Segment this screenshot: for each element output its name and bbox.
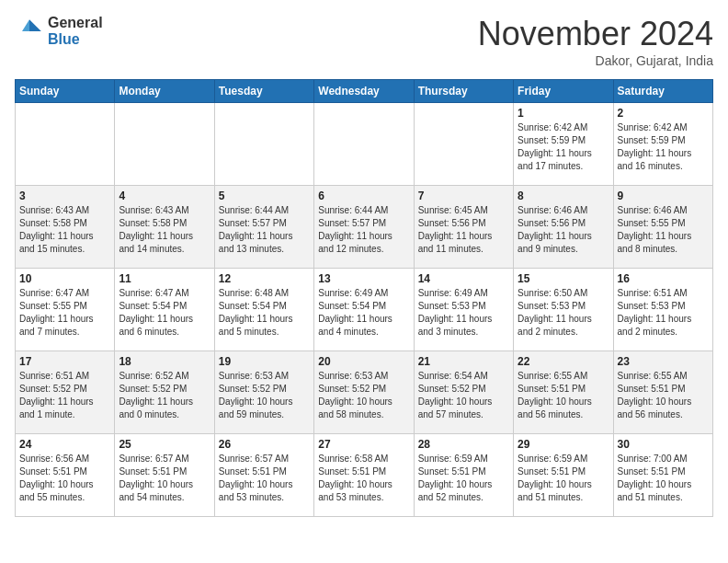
day-info: Sunrise: 7:00 AMSunset: 5:51 PMDaylight:… bbox=[618, 453, 709, 504]
calendar-cell: 21Sunrise: 6:54 AMSunset: 5:52 PMDayligh… bbox=[414, 351, 513, 434]
calendar-cell: 23Sunrise: 6:55 AMSunset: 5:51 PMDayligh… bbox=[613, 351, 712, 434]
day-number: 15 bbox=[518, 272, 609, 285]
day-number: 24 bbox=[19, 438, 110, 451]
day-info: Sunrise: 6:53 AMSunset: 5:52 PMDaylight:… bbox=[318, 370, 409, 421]
calendar-table: SundayMondayTuesdayWednesdayThursdayFrid… bbox=[15, 79, 713, 517]
day-number: 20 bbox=[318, 355, 409, 368]
day-number: 6 bbox=[318, 190, 409, 202]
day-number: 22 bbox=[518, 355, 609, 368]
calendar-cell: 5Sunrise: 6:44 AMSunset: 5:57 PMDaylight… bbox=[214, 186, 313, 269]
calendar-cell: 19Sunrise: 6:53 AMSunset: 5:52 PMDayligh… bbox=[214, 351, 313, 434]
weekday-header-saturday: Saturday bbox=[613, 80, 712, 103]
calendar-cell: 26Sunrise: 6:57 AMSunset: 5:51 PMDayligh… bbox=[214, 434, 313, 517]
day-info: Sunrise: 6:55 AMSunset: 5:51 PMDaylight:… bbox=[518, 370, 609, 421]
day-number: 8 bbox=[518, 190, 609, 202]
calendar-week-row: 10Sunrise: 6:47 AMSunset: 5:55 PMDayligh… bbox=[16, 269, 713, 351]
svg-marker-1 bbox=[22, 19, 29, 31]
day-info: Sunrise: 6:42 AMSunset: 5:59 PMDaylight:… bbox=[518, 121, 609, 173]
day-info: Sunrise: 6:52 AMSunset: 5:52 PMDaylight:… bbox=[119, 370, 210, 421]
day-info: Sunrise: 6:51 AMSunset: 5:52 PMDaylight:… bbox=[19, 370, 110, 421]
calendar-cell: 7Sunrise: 6:45 AMSunset: 5:56 PMDaylight… bbox=[414, 186, 513, 269]
calendar-cell: 20Sunrise: 6:53 AMSunset: 5:52 PMDayligh… bbox=[314, 351, 414, 434]
logo-general-text: General bbox=[48, 15, 103, 31]
weekday-header-tuesday: Tuesday bbox=[214, 80, 313, 103]
day-info: Sunrise: 6:54 AMSunset: 5:52 PMDaylight:… bbox=[418, 370, 509, 421]
calendar-cell: 25Sunrise: 6:57 AMSunset: 5:51 PMDayligh… bbox=[115, 434, 214, 517]
day-number: 14 bbox=[418, 272, 509, 285]
weekday-header-sunday: Sunday bbox=[16, 80, 115, 103]
day-number: 25 bbox=[119, 438, 210, 451]
day-info: Sunrise: 6:55 AMSunset: 5:51 PMDaylight:… bbox=[618, 370, 709, 421]
day-number: 27 bbox=[318, 438, 409, 451]
day-info: Sunrise: 6:59 AMSunset: 5:51 PMDaylight:… bbox=[518, 453, 609, 504]
month-title: November 2024 bbox=[478, 15, 713, 53]
weekday-header-thursday: Thursday bbox=[414, 80, 513, 103]
day-info: Sunrise: 6:56 AMSunset: 5:51 PMDaylight:… bbox=[19, 453, 110, 504]
calendar-cell bbox=[16, 103, 115, 186]
weekday-header-wednesday: Wednesday bbox=[314, 80, 414, 103]
day-info: Sunrise: 6:43 AMSunset: 5:58 PMDaylight:… bbox=[119, 204, 210, 256]
day-info: Sunrise: 6:47 AMSunset: 5:54 PMDaylight:… bbox=[119, 287, 210, 339]
day-info: Sunrise: 6:43 AMSunset: 5:58 PMDaylight:… bbox=[19, 204, 110, 256]
calendar-cell: 14Sunrise: 6:49 AMSunset: 5:53 PMDayligh… bbox=[414, 269, 513, 351]
calendar-cell: 17Sunrise: 6:51 AMSunset: 5:52 PMDayligh… bbox=[16, 351, 115, 434]
day-info: Sunrise: 6:59 AMSunset: 5:51 PMDaylight:… bbox=[418, 453, 509, 504]
calendar-cell: 18Sunrise: 6:52 AMSunset: 5:52 PMDayligh… bbox=[115, 351, 214, 434]
logo-icon bbox=[15, 17, 44, 46]
day-number: 23 bbox=[618, 355, 709, 368]
day-number: 30 bbox=[618, 438, 709, 451]
calendar-week-row: 17Sunrise: 6:51 AMSunset: 5:52 PMDayligh… bbox=[16, 351, 713, 434]
logo-blue-text: Blue bbox=[48, 31, 103, 48]
day-number: 19 bbox=[219, 355, 310, 368]
day-info: Sunrise: 6:45 AMSunset: 5:56 PMDaylight:… bbox=[418, 204, 509, 256]
calendar-cell: 2Sunrise: 6:42 AMSunset: 5:59 PMDaylight… bbox=[613, 103, 712, 186]
day-info: Sunrise: 6:42 AMSunset: 5:59 PMDaylight:… bbox=[618, 121, 709, 173]
calendar-cell: 29Sunrise: 6:59 AMSunset: 5:51 PMDayligh… bbox=[514, 434, 613, 517]
day-number: 9 bbox=[618, 190, 709, 202]
calendar-week-row: 24Sunrise: 6:56 AMSunset: 5:51 PMDayligh… bbox=[16, 434, 713, 517]
day-info: Sunrise: 6:49 AMSunset: 5:54 PMDaylight:… bbox=[318, 287, 409, 339]
calendar-header-row: SundayMondayTuesdayWednesdayThursdayFrid… bbox=[16, 80, 713, 103]
day-number: 29 bbox=[518, 438, 609, 451]
page-header: General Blue November 2024 Dakor, Gujara… bbox=[15, 15, 713, 68]
calendar-cell: 30Sunrise: 7:00 AMSunset: 5:51 PMDayligh… bbox=[613, 434, 712, 517]
calendar-cell: 11Sunrise: 6:47 AMSunset: 5:54 PMDayligh… bbox=[115, 269, 214, 351]
day-info: Sunrise: 6:46 AMSunset: 5:56 PMDaylight:… bbox=[518, 204, 609, 256]
day-info: Sunrise: 6:49 AMSunset: 5:53 PMDaylight:… bbox=[418, 287, 509, 339]
day-info: Sunrise: 6:48 AMSunset: 5:54 PMDaylight:… bbox=[219, 287, 310, 339]
day-info: Sunrise: 6:44 AMSunset: 5:57 PMDaylight:… bbox=[219, 204, 310, 256]
weekday-header-friday: Friday bbox=[514, 80, 613, 103]
day-number: 18 bbox=[119, 355, 210, 368]
calendar-cell: 15Sunrise: 6:50 AMSunset: 5:53 PMDayligh… bbox=[514, 269, 613, 351]
logo-text: General Blue bbox=[48, 15, 103, 47]
day-number: 5 bbox=[219, 190, 310, 202]
day-info: Sunrise: 6:50 AMSunset: 5:53 PMDaylight:… bbox=[518, 287, 609, 339]
calendar-cell: 1Sunrise: 6:42 AMSunset: 5:59 PMDaylight… bbox=[514, 103, 613, 186]
svg-marker-0 bbox=[29, 19, 41, 31]
calendar-cell: 6Sunrise: 6:44 AMSunset: 5:57 PMDaylight… bbox=[314, 186, 414, 269]
calendar-cell: 27Sunrise: 6:58 AMSunset: 5:51 PMDayligh… bbox=[314, 434, 414, 517]
calendar-cell: 13Sunrise: 6:49 AMSunset: 5:54 PMDayligh… bbox=[314, 269, 414, 351]
day-number: 11 bbox=[119, 272, 210, 285]
day-number: 10 bbox=[19, 272, 110, 285]
calendar-cell bbox=[115, 103, 214, 186]
day-info: Sunrise: 6:51 AMSunset: 5:53 PMDaylight:… bbox=[618, 287, 709, 339]
calendar-cell: 12Sunrise: 6:48 AMSunset: 5:54 PMDayligh… bbox=[214, 269, 313, 351]
calendar-cell bbox=[414, 103, 513, 186]
calendar-cell bbox=[214, 103, 313, 186]
weekday-header-monday: Monday bbox=[115, 80, 214, 103]
day-info: Sunrise: 6:57 AMSunset: 5:51 PMDaylight:… bbox=[119, 453, 210, 504]
day-info: Sunrise: 6:46 AMSunset: 5:55 PMDaylight:… bbox=[618, 204, 709, 256]
day-info: Sunrise: 6:47 AMSunset: 5:55 PMDaylight:… bbox=[19, 287, 110, 339]
title-block: November 2024 Dakor, Gujarat, India bbox=[478, 15, 713, 68]
calendar-cell: 4Sunrise: 6:43 AMSunset: 5:58 PMDaylight… bbox=[115, 186, 214, 269]
day-number: 13 bbox=[318, 272, 409, 285]
day-number: 26 bbox=[219, 438, 310, 451]
day-number: 1 bbox=[518, 107, 609, 120]
day-number: 28 bbox=[418, 438, 509, 451]
calendar-cell: 24Sunrise: 6:56 AMSunset: 5:51 PMDayligh… bbox=[16, 434, 115, 517]
day-number: 17 bbox=[19, 355, 110, 368]
day-number: 2 bbox=[618, 107, 709, 120]
day-number: 21 bbox=[418, 355, 509, 368]
calendar-cell bbox=[314, 103, 414, 186]
